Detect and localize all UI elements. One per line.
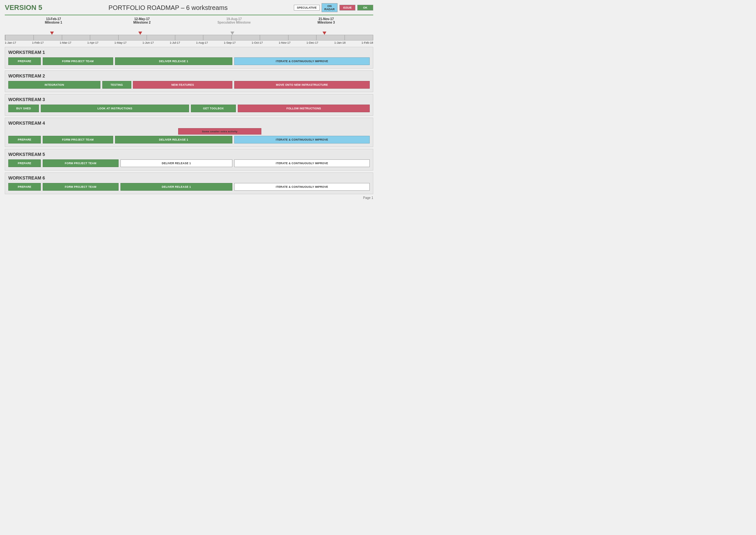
gantt-bar-ws2-3[interactable]: MOVE ONTO NEW INFRASTRUCTURE: [234, 81, 370, 89]
date-label-10: 1-Nov-17: [279, 41, 291, 44]
gantt-bar-ws5-0[interactable]: PREPARE: [8, 159, 41, 167]
gantt-bar-ws4-2[interactable]: DELIVER RELEASE 1: [115, 136, 233, 144]
page-title: PORTFOLIO ROADMAP – 6 workstreams: [42, 4, 294, 12]
tick-12: [344, 35, 345, 40]
workstream-title-4: WORKSTREAM 4: [8, 121, 370, 126]
tick-10: [288, 35, 288, 40]
legend-speculative: SPECULATIVE: [294, 5, 319, 11]
date-label-9: 1-Oct-17: [252, 41, 263, 44]
workstream-2: WORKSTREAM 2INTEGRATIONTESTINGNEW FEATUR…: [5, 70, 373, 92]
gantt-bar-ws3-1[interactable]: LOOK AT INSTRUCTIONS: [41, 104, 189, 112]
tick-7: [203, 35, 203, 40]
gantt-bar-ws6-3[interactable]: ITERATE & CONTINUOUSLY IMPROVE: [234, 183, 370, 191]
workstream-title-5: WORKSTREAM 5: [8, 152, 370, 157]
gantt-row-ws1-0: PREPAREFORM PROJECT TEAMDELIVER RELEASE …: [8, 57, 370, 66]
date-label-7: 1-Aug-17: [196, 41, 208, 44]
gantt-bar-ws1-2[interactable]: DELIVER RELEASE 1: [115, 57, 233, 65]
legend-issue: ISSUE: [339, 5, 355, 11]
milestone-label-0: 13-Feb-17Milestone 1: [36, 17, 71, 24]
gantt-bar-ws6-0[interactable]: PREPARE: [8, 183, 41, 191]
tick-1: [34, 35, 34, 40]
date-label-4: 1-May-17: [114, 41, 126, 44]
milestone-arrow-3: [323, 28, 326, 35]
tick-0: [5, 35, 5, 40]
gantt-bar-ws4-3[interactable]: ITERATE & CONTINUOUSLY IMPROVE: [234, 136, 370, 144]
gantt-bar-ws4-0[interactable]: PREPARE: [8, 136, 41, 144]
tick-2: [62, 35, 62, 40]
gantt-row-ws4-0: Some smaller extra activityPREPAREFORM P…: [8, 127, 370, 144]
tick-9: [260, 35, 260, 40]
gantt-row-ws5-0: PREPAREFORM PROJECT TEAMDELIVER RELEASE …: [8, 159, 370, 168]
tick-3: [90, 35, 90, 40]
gantt-bar-ws3-3[interactable]: FOLLOW INSTRUCTIONS: [238, 104, 370, 112]
gantt-bar-ws1-0[interactable]: PREPARE: [8, 57, 41, 65]
milestone-arrow-2: [230, 28, 234, 35]
gantt-bar-ws2-0[interactable]: INTEGRATION: [8, 81, 100, 89]
milestone-label-3: 21-Nov-17Milestone 3: [309, 17, 343, 24]
milestone-arrow-0: [50, 28, 54, 35]
gantt-bar-ws5-3[interactable]: ITERATE & CONTINUOUSLY IMPROVE: [234, 159, 370, 167]
header: VERSION 5 PORTFOLIO ROADMAP – 6 workstre…: [5, 3, 373, 12]
gantt-bar-ws2-2[interactable]: NEW FEATURES: [133, 81, 232, 89]
milestone-arrow-1: [138, 28, 142, 35]
tick-bar: [5, 35, 373, 41]
tick-5: [147, 35, 147, 40]
gantt-row-ws3-0: BUY SHEDLOOK AT INSTRUCTIONSGET TOOLBOXF…: [8, 104, 370, 113]
workstream-4: WORKSTREAM 4Some smaller extra activityP…: [5, 118, 373, 147]
tick-4: [118, 35, 119, 40]
workstream-title-6: WORKSTREAM 6: [8, 175, 370, 181]
legend-ok: OK: [357, 5, 373, 11]
tick-6: [175, 35, 175, 40]
workstream-5: WORKSTREAM 5PREPAREFORM PROJECT TEAMDELI…: [5, 149, 373, 171]
date-label-13: 1-Feb-18: [362, 41, 373, 44]
top-divider: [5, 15, 373, 15]
workstream-title-3: WORKSTREAM 3: [8, 97, 370, 102]
date-label-12: 1-Jan-18: [334, 41, 346, 44]
date-label-6: 1-Jul-17: [170, 41, 180, 44]
gantt-bar-ws1-1[interactable]: FORM PROJECT TEAM: [43, 57, 113, 65]
workstream-6: WORKSTREAM 6PREPAREFORM PROJECT TEAMDELI…: [5, 173, 373, 194]
gantt-bar-ws6-1[interactable]: FORM PROJECT TEAM: [43, 183, 119, 191]
workstreams-container: WORKSTREAM 1PREPAREFORM PROJECT TEAMDELI…: [5, 47, 373, 194]
workstream-title-1: WORKSTREAM 1: [8, 50, 370, 55]
date-label-1: 1-Feb-17: [32, 41, 44, 44]
workstream-3: WORKSTREAM 3BUY SHEDLOOK AT INSTRUCTIONS…: [5, 94, 373, 116]
workstream-title-2: WORKSTREAM 2: [8, 73, 370, 78]
tick-8: [231, 35, 232, 40]
gantt-bar-ws5-2[interactable]: DELIVER RELEASE 1: [121, 159, 233, 167]
date-label-11: 1-Dec-17: [307, 41, 318, 44]
date-label-0: 1-Jan-17: [5, 41, 16, 44]
gantt-bar-ws4-1[interactable]: FORM PROJECT TEAM: [43, 136, 113, 144]
date-label-8: 1-Sep-17: [224, 41, 235, 44]
gantt-bar-top-ws4-0[interactable]: Some smaller extra activity: [178, 128, 261, 134]
gantt-bar-ws3-0[interactable]: BUY SHED: [8, 104, 39, 112]
gantt-bar-ws5-1[interactable]: FORM PROJECT TEAM: [43, 159, 119, 167]
milestone-label-2: 19-Aug-17Speculative Milestone: [216, 17, 252, 24]
page-container: VERSION 5 PORTFOLIO ROADMAP – 6 workstre…: [5, 3, 373, 200]
date-label-5: 1-Jun-17: [143, 41, 154, 44]
legend: SPECULATIVE ONRADAR ISSUE OK: [294, 3, 373, 12]
footer: Page 1: [5, 196, 373, 200]
date-label-2: 1-Mar-17: [60, 41, 71, 44]
gantt-row-ws6-0: PREPAREFORM PROJECT TEAMDELIVER RELEASE …: [8, 183, 370, 191]
date-label-3: 1-Apr-17: [87, 41, 98, 44]
gantt-bar-ws6-2[interactable]: DELIVER RELEASE 1: [121, 183, 233, 191]
gantt-bar-ws3-2[interactable]: GET TOOLBOX: [191, 104, 236, 112]
version-label: VERSION 5: [5, 4, 42, 12]
gantt-bar-ws2-1[interactable]: TESTING: [102, 81, 131, 89]
legend-onradar: ONRADAR: [322, 3, 338, 12]
gantt-row-ws2-0: INTEGRATIONTESTINGNEW FEATURESMOVE ONTO …: [8, 80, 370, 89]
tick-11: [316, 35, 316, 40]
date-labels: 1-Jan-171-Feb-171-Mar-171-Apr-171-May-17…: [5, 41, 373, 45]
timeline-section: 13-Feb-17Milestone 112-May-17Milestone 2…: [5, 17, 373, 45]
workstream-1: WORKSTREAM 1PREPAREFORM PROJECT TEAMDELI…: [5, 47, 373, 69]
gantt-bar-ws1-3[interactable]: ITERATE & CONTINUOUSLY IMPROVE: [234, 57, 370, 65]
milestone-labels-row: 13-Feb-17Milestone 112-May-17Milestone 2…: [5, 17, 373, 35]
milestone-label-1: 12-May-17Milestone 2: [124, 17, 159, 24]
